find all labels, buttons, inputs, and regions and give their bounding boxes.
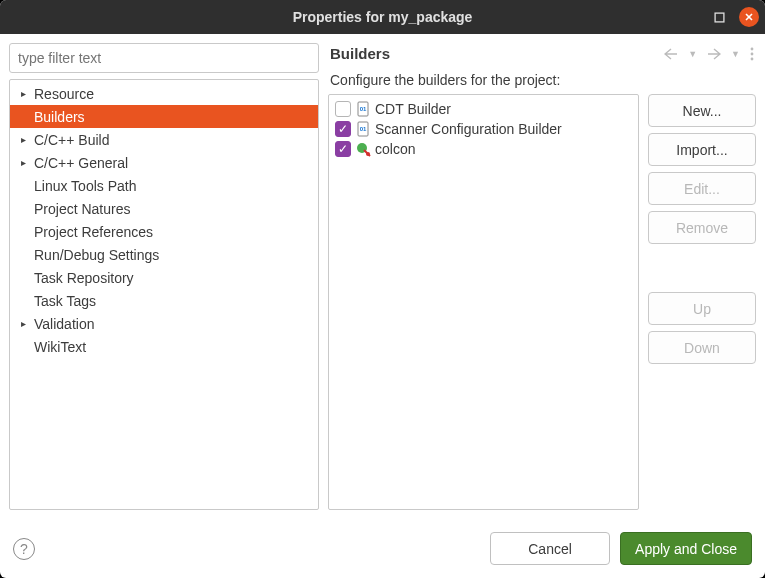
- builder-checkbox[interactable]: [335, 141, 351, 157]
- builder-item[interactable]: colcon: [333, 139, 634, 159]
- footer: ? Cancel Apply and Close: [0, 519, 765, 578]
- builder-file-icon: 01: [355, 101, 371, 117]
- tree-item-label: Validation: [30, 316, 94, 332]
- svg-point-5: [751, 57, 754, 60]
- tree-item[interactable]: ▸Resource: [10, 82, 318, 105]
- tree-item[interactable]: Task Tags: [10, 289, 318, 312]
- maximize-button[interactable]: [709, 7, 729, 27]
- tree-item-label: WikiText: [30, 339, 86, 355]
- svg-text:01: 01: [360, 106, 367, 112]
- import-button[interactable]: Import...: [648, 133, 756, 166]
- svg-rect-0: [715, 13, 724, 22]
- tree-item[interactable]: Project Natures: [10, 197, 318, 220]
- builder-item[interactable]: 01CDT Builder: [333, 99, 634, 119]
- tree-item-label: Project References: [30, 224, 153, 240]
- svg-point-11: [366, 152, 370, 156]
- nav-back-menu-icon[interactable]: ▼: [688, 49, 697, 59]
- builder-item[interactable]: 01Scanner Configuration Builder: [333, 119, 634, 139]
- view-menu-icon[interactable]: [750, 47, 754, 61]
- builder-file-icon: 01: [355, 121, 371, 137]
- maximize-icon: [714, 12, 725, 23]
- tree-item[interactable]: Project References: [10, 220, 318, 243]
- builder-checkbox[interactable]: [335, 101, 351, 117]
- close-icon: [744, 12, 754, 22]
- page-title: Builders: [330, 45, 664, 62]
- tree-item[interactable]: Linux Tools Path: [10, 174, 318, 197]
- expand-icon: ▸: [16, 134, 30, 145]
- tree-item[interactable]: Builders: [10, 105, 318, 128]
- window-title: Properties for my_package: [293, 9, 473, 25]
- close-button[interactable]: [739, 7, 759, 27]
- button-column: New... Import... Edit... Remove Up Down: [648, 94, 756, 510]
- page-description: Configure the builders for the project:: [330, 72, 756, 88]
- tree-item-label: Resource: [30, 86, 94, 102]
- help-button[interactable]: ?: [13, 538, 35, 560]
- tree-item[interactable]: WikiText: [10, 335, 318, 358]
- new-button[interactable]: New...: [648, 94, 756, 127]
- up-button[interactable]: Up: [648, 292, 756, 325]
- builder-label: colcon: [375, 141, 415, 157]
- builders-list[interactable]: 01CDT Builder01Scanner Configuration Bui…: [328, 94, 639, 510]
- tree-item-label: Builders: [30, 109, 85, 125]
- apply-close-button[interactable]: Apply and Close: [620, 532, 752, 565]
- tree-item-label: Task Repository: [30, 270, 134, 286]
- titlebar: Properties for my_package: [0, 0, 765, 34]
- filter-input[interactable]: [9, 43, 319, 73]
- tree-item[interactable]: Task Repository: [10, 266, 318, 289]
- svg-text:01: 01: [360, 126, 367, 132]
- svg-point-4: [751, 52, 754, 55]
- builder-label: Scanner Configuration Builder: [375, 121, 562, 137]
- svg-point-3: [751, 47, 754, 50]
- tree-item-label: Run/Debug Settings: [30, 247, 159, 263]
- left-panel: ▸ResourceBuilders▸C/C++ Build▸C/C++ Gene…: [9, 43, 319, 510]
- expand-icon: ▸: [16, 88, 30, 99]
- tree-item-label: C/C++ General: [30, 155, 128, 171]
- builder-label: CDT Builder: [375, 101, 451, 117]
- external-tool-icon: [355, 141, 371, 157]
- page-nav: ▼ ▼: [664, 47, 754, 61]
- builder-checkbox[interactable]: [335, 121, 351, 137]
- tree-item-label: Task Tags: [30, 293, 96, 309]
- right-panel: Builders ▼ ▼ Configure the builders for …: [328, 43, 756, 510]
- dialog-body: ▸ResourceBuilders▸C/C++ Build▸C/C++ Gene…: [0, 34, 765, 519]
- tree-item[interactable]: Run/Debug Settings: [10, 243, 318, 266]
- down-button[interactable]: Down: [648, 331, 756, 364]
- cancel-button[interactable]: Cancel: [490, 532, 610, 565]
- page-header: Builders ▼ ▼: [328, 43, 756, 72]
- expand-icon: ▸: [16, 157, 30, 168]
- dialog-window: Properties for my_package ▸ResourceBuild…: [0, 0, 765, 578]
- tree-item-label: Linux Tools Path: [30, 178, 136, 194]
- page-body: 01CDT Builder01Scanner Configuration Bui…: [328, 94, 756, 510]
- window-controls: [709, 7, 759, 27]
- nav-back-icon[interactable]: [664, 48, 678, 60]
- tree-item[interactable]: ▸C/C++ General: [10, 151, 318, 174]
- nav-forward-icon[interactable]: [707, 48, 721, 60]
- tree-item-label: C/C++ Build: [30, 132, 109, 148]
- expand-icon: ▸: [16, 318, 30, 329]
- remove-button[interactable]: Remove: [648, 211, 756, 244]
- category-tree[interactable]: ▸ResourceBuilders▸C/C++ Build▸C/C++ Gene…: [9, 79, 319, 510]
- spacer: [648, 250, 756, 286]
- tree-item[interactable]: ▸Validation: [10, 312, 318, 335]
- tree-item[interactable]: ▸C/C++ Build: [10, 128, 318, 151]
- edit-button[interactable]: Edit...: [648, 172, 756, 205]
- nav-forward-menu-icon[interactable]: ▼: [731, 49, 740, 59]
- tree-item-label: Project Natures: [30, 201, 130, 217]
